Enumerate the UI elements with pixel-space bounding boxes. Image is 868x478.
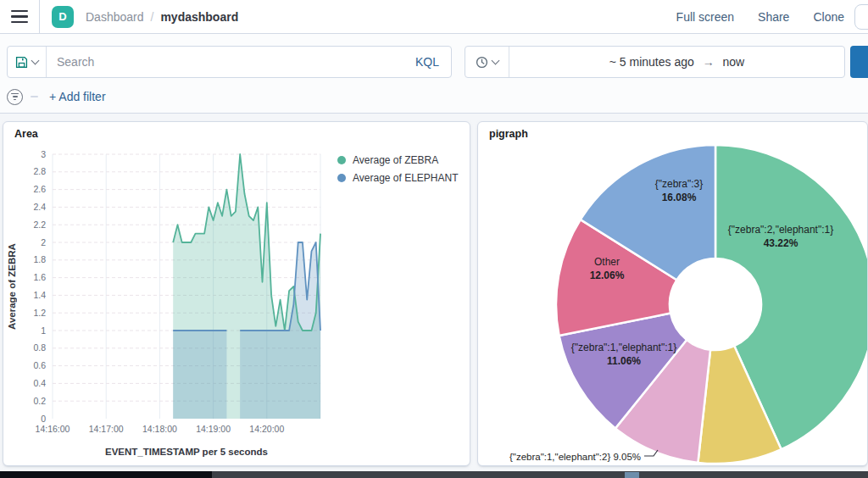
space-avatar[interactable]: D bbox=[52, 6, 74, 28]
chevron-down-icon bbox=[31, 57, 40, 65]
pie-outside-label: {"zebra":1,"elephant":2} 9.05% bbox=[509, 452, 641, 462]
hamburger-icon bbox=[11, 10, 28, 13]
kql-language-button[interactable]: KQL bbox=[403, 55, 451, 69]
pie-slice-percent: 16.08% bbox=[662, 192, 697, 203]
update-refresh-button[interactable] bbox=[850, 46, 868, 78]
svg-text:0.6: 0.6 bbox=[33, 360, 46, 370]
legend-dot bbox=[337, 174, 346, 182]
chart-legend: Average of ZEBRAAverage of ELEPHANT bbox=[337, 154, 459, 184]
svg-text:14:16:00: 14:16:00 bbox=[36, 424, 70, 434]
time-picker: ~ 5 minutes ago → now bbox=[465, 46, 845, 78]
breadcrumb: Dashboard / mydashboard bbox=[86, 10, 238, 24]
time-range-end: now bbox=[723, 55, 745, 69]
svg-text:2.6: 2.6 bbox=[33, 184, 46, 194]
svg-text:14:20:00: 14:20:00 bbox=[249, 424, 284, 434]
app-header: D Dashboard / mydashboard Full screen Sh… bbox=[0, 0, 868, 34]
time-range-display[interactable]: ~ 5 minutes ago → now bbox=[509, 55, 844, 69]
clone-link[interactable]: Clone bbox=[813, 10, 844, 24]
legend-label: Average of ELEPHANT bbox=[353, 172, 459, 184]
panel-title-pigraph: pigraph bbox=[489, 128, 528, 140]
area-chart-panel: Area Average of ZEBRA 00.20.40.60.811.21… bbox=[3, 121, 470, 466]
filter-divider bbox=[31, 96, 38, 97]
svg-text:2.8: 2.8 bbox=[33, 166, 46, 176]
query-filter-section: KQL ~ 5 minutes ago → now + Add filter bbox=[0, 34, 868, 114]
add-filter-link[interactable]: + Add filter bbox=[49, 90, 106, 103]
pie-slice-label: {"zebra":1,"elephant":1} bbox=[571, 342, 676, 353]
filter-bar: + Add filter bbox=[7, 86, 106, 107]
svg-text:2.4: 2.4 bbox=[33, 202, 46, 212]
legend-item[interactable]: Average of ZEBRA bbox=[337, 154, 459, 166]
svg-text:3: 3 bbox=[41, 149, 46, 159]
time-picker-quick-menu-button[interactable] bbox=[465, 47, 509, 77]
pie-slice-percent: 43.22% bbox=[764, 237, 798, 249]
svg-text:1.4: 1.4 bbox=[33, 290, 46, 300]
breadcrumb-separator: / bbox=[151, 10, 154, 24]
svg-text:14:19:00: 14:19:00 bbox=[196, 424, 231, 434]
legend-dot bbox=[337, 156, 346, 164]
svg-text:1.2: 1.2 bbox=[33, 308, 46, 318]
pie-slice-percent: 12.06% bbox=[590, 270, 625, 281]
chevron-down-icon bbox=[492, 57, 500, 65]
pie-slice-percent: 11.06% bbox=[607, 355, 641, 367]
query-bar: KQL bbox=[7, 46, 452, 78]
clock-icon bbox=[476, 56, 488, 69]
header-links: Full screen Share Clone bbox=[676, 10, 868, 24]
legend-item[interactable]: Average of ELEPHANT bbox=[337, 172, 459, 184]
svg-text:2.2: 2.2 bbox=[33, 220, 46, 230]
breadcrumb-current: mydashboard bbox=[160, 10, 238, 24]
header-divider bbox=[39, 0, 40, 34]
menu-toggle-button[interactable] bbox=[0, 0, 39, 33]
svg-text:14:18:00: 14:18:00 bbox=[142, 424, 177, 434]
svg-text:2: 2 bbox=[41, 237, 46, 247]
saved-query-menu-button[interactable] bbox=[8, 47, 47, 77]
svg-text:0.2: 0.2 bbox=[33, 396, 46, 406]
svg-text:1.6: 1.6 bbox=[33, 272, 46, 282]
svg-text:0.4: 0.4 bbox=[33, 378, 46, 388]
share-link[interactable]: Share bbox=[758, 10, 789, 24]
panel-title-area: Area bbox=[14, 128, 38, 140]
search-input[interactable] bbox=[47, 47, 403, 77]
x-axis-title: EVENT_TIMESTAMP per 5 seconds bbox=[53, 447, 320, 457]
pie-slice-label: Other bbox=[594, 256, 620, 268]
arrow-right-icon: → bbox=[698, 55, 720, 69]
full-screen-link[interactable]: Full screen bbox=[676, 10, 734, 24]
svg-text:1.8: 1.8 bbox=[33, 254, 46, 264]
pie-chart[interactable]: {"zebra":2,"elephant":1}43.22%{"zebra":1… bbox=[478, 122, 868, 466]
time-range-start: ~ 5 minutes ago bbox=[609, 55, 694, 69]
edit-button[interactable] bbox=[854, 4, 868, 30]
svg-text:14:17:00: 14:17:00 bbox=[89, 424, 124, 434]
pie-slice-label: {"zebra":2,"elephant":1} bbox=[728, 224, 833, 236]
svg-text:0: 0 bbox=[41, 414, 46, 424]
breadcrumb-dashboard[interactable]: Dashboard bbox=[86, 10, 144, 24]
pie-slice-label: {"zebra":3} bbox=[655, 178, 704, 190]
svg-text:0.8: 0.8 bbox=[33, 342, 46, 353]
legend-label: Average of ZEBRA bbox=[353, 154, 438, 166]
pie-chart-panel: pigraph {"zebra":2,"elephant":1}43.22%{"… bbox=[477, 121, 868, 466]
svg-text:1: 1 bbox=[41, 325, 46, 336]
filter-options-button[interactable] bbox=[7, 89, 23, 105]
save-query-icon bbox=[15, 56, 28, 69]
taskbar-sliver bbox=[0, 471, 868, 478]
kibana-dashboard-page: D Dashboard / mydashboard Full screen Sh… bbox=[0, 0, 868, 478]
